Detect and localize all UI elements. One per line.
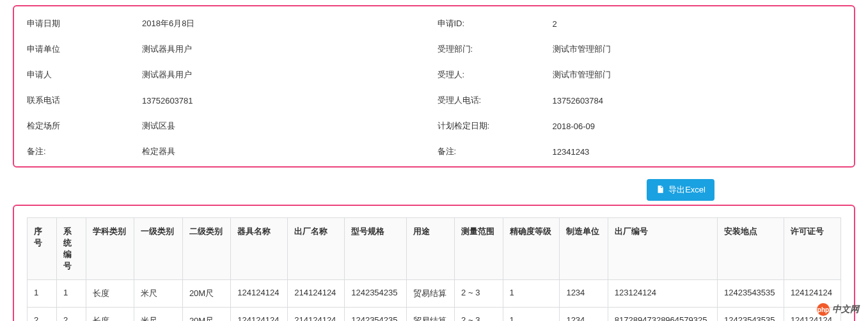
cell: 81728947328964579325 xyxy=(608,308,717,322)
cell: 123124124 xyxy=(608,280,717,308)
table-row: 1 1 长度 米尺 20M尺 124124124 214124124 12423… xyxy=(28,280,841,308)
col-header: 安装地点 xyxy=(718,218,784,280)
cell: 214124124 xyxy=(288,280,345,308)
info-value: 2018年6月8日 xyxy=(142,18,431,29)
info-value: 检定器具 xyxy=(142,146,431,157)
cell: 20M尺 xyxy=(182,280,230,308)
col-header: 序号 xyxy=(28,218,57,280)
info-label: 申请单位 xyxy=(27,43,136,55)
cell: 2 xyxy=(57,308,86,322)
cell: 1 xyxy=(503,280,560,308)
info-value: 测试区县 xyxy=(142,120,431,132)
col-header: 器具名称 xyxy=(231,218,288,280)
table-scroll[interactable]: 序号 系统编号 学科类别 一级类别 二级类别 器具名称 出厂名称 型号规格 用途… xyxy=(27,217,841,321)
info-label: 计划检定日期: xyxy=(438,120,546,132)
cell: 贸易结算 xyxy=(406,308,454,322)
table-body: 1 1 长度 米尺 20M尺 124124124 214124124 12423… xyxy=(28,280,841,322)
info-label: 联系电话 xyxy=(27,95,136,106)
export-excel-button[interactable]: 导出Excel xyxy=(647,179,714,201)
info-value: 2 xyxy=(553,19,842,29)
cell: 1 xyxy=(503,308,560,322)
cell: 长度 xyxy=(86,308,134,322)
cell: 12423543535 xyxy=(718,280,784,308)
file-excel-icon xyxy=(656,185,665,196)
col-header: 型号规格 xyxy=(345,218,406,280)
cell: 1234 xyxy=(560,308,608,322)
col-header: 制造单位 xyxy=(560,218,608,280)
export-excel-label: 导出Excel xyxy=(668,184,706,196)
col-header: 出厂编号 xyxy=(608,218,717,280)
cell: 124124124 xyxy=(231,280,288,308)
table-header-row: 序号 系统编号 学科类别 一级类别 二级类别 器具名称 出厂名称 型号规格 用途… xyxy=(28,218,841,280)
toolbar: 导出Excel xyxy=(13,179,855,201)
info-label: 受理人电话: xyxy=(438,95,546,106)
col-header: 用途 xyxy=(406,218,454,280)
col-header: 出厂名称 xyxy=(288,218,345,280)
col-header: 系统编号 xyxy=(57,218,86,280)
info-value: 12341243 xyxy=(553,147,842,157)
cell: 贸易结算 xyxy=(406,280,454,308)
info-label: 备注: xyxy=(438,146,546,157)
col-header: 一级类别 xyxy=(134,218,182,280)
info-grid: 申请日期 2018年6月8日 申请ID: 2 申请单位 测试器具用户 受理部门:… xyxy=(27,18,841,157)
info-label: 申请人 xyxy=(27,69,136,81)
info-label: 检定场所 xyxy=(27,120,136,132)
info-value: 13752603784 xyxy=(553,96,842,106)
cell: 1242354235 xyxy=(345,308,406,322)
col-header: 精确度等级 xyxy=(503,218,560,280)
info-value: 测试器具用户 xyxy=(142,69,431,81)
cell: 米尺 xyxy=(134,308,182,322)
cell: 1 xyxy=(28,280,57,308)
table-head: 序号 系统编号 学科类别 一级类别 二级类别 器具名称 出厂名称 型号规格 用途… xyxy=(28,218,841,280)
info-value: 测试器具用户 xyxy=(142,43,431,55)
info-label: 申请ID: xyxy=(438,18,546,29)
col-header: 许可证号 xyxy=(784,218,840,280)
cell: 214124124 xyxy=(288,308,345,322)
cell: 12423543535 xyxy=(718,308,784,322)
cell: 1234 xyxy=(560,280,608,308)
info-panel: 申请日期 2018年6月8日 申请ID: 2 申请单位 测试器具用户 受理部门:… xyxy=(13,5,855,168)
cell: 124124124 xyxy=(231,308,288,322)
info-value: 测试市管理部门 xyxy=(553,69,842,81)
info-label: 受理部门: xyxy=(438,43,546,55)
info-value: 13752603781 xyxy=(142,96,431,106)
cell: 2 ~ 3 xyxy=(455,280,503,308)
col-header: 二级类别 xyxy=(182,218,230,280)
cell: 1 xyxy=(57,280,86,308)
col-header: 学科类别 xyxy=(86,218,134,280)
info-label: 受理人: xyxy=(438,69,546,81)
cell: 米尺 xyxy=(134,280,182,308)
cell: 2 ~ 3 xyxy=(455,308,503,322)
info-label: 申请日期 xyxy=(27,18,136,29)
info-label: 备注: xyxy=(27,146,136,157)
table-row: 2 2 长度 米尺 20M尺 124124124 214124124 12423… xyxy=(28,308,841,322)
cell: 1242354235 xyxy=(345,280,406,308)
cell: 2 xyxy=(28,308,57,322)
col-header: 测量范围 xyxy=(455,218,503,280)
cell: 124124124 xyxy=(784,280,840,308)
cell: 124124124 xyxy=(784,308,840,322)
info-value: 测试市管理部门 xyxy=(553,43,842,55)
info-value: 2018-06-09 xyxy=(553,121,842,131)
data-table: 序号 系统编号 学科类别 一级类别 二级类别 器具名称 出厂名称 型号规格 用途… xyxy=(27,217,841,321)
table-panel: 序号 系统编号 学科类别 一级类别 二级类别 器具名称 出厂名称 型号规格 用途… xyxy=(13,205,855,321)
cell: 20M尺 xyxy=(182,308,230,322)
cell: 长度 xyxy=(86,280,134,308)
